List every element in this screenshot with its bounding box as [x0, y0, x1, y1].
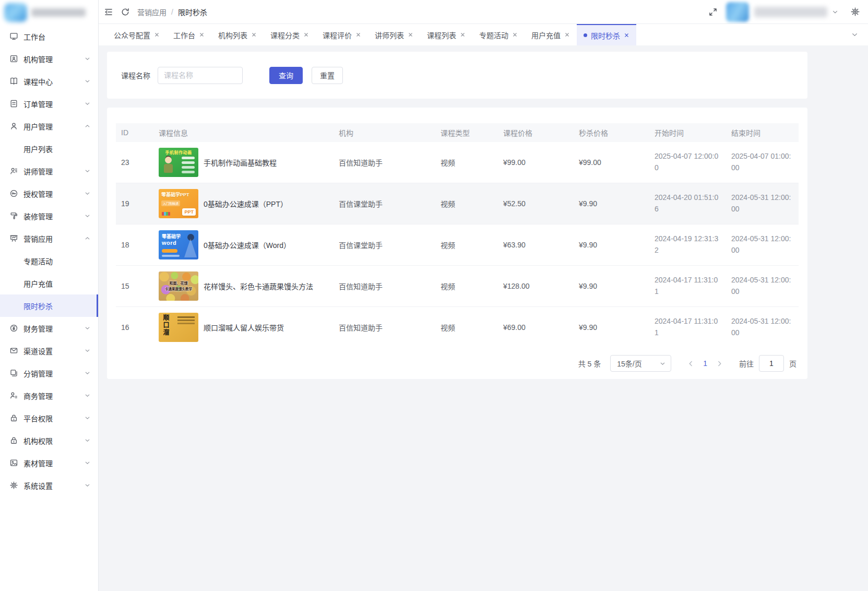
breadcrumb-parent[interactable]: 营销应用	[137, 7, 167, 17]
tab-course-category[interactable]: 课程分类	[264, 24, 316, 45]
close-icon[interactable]	[154, 32, 160, 38]
sidebar-item-authorization-management[interactable]: 授权管理	[0, 182, 98, 205]
table-row[interactable]: 18 零基础学 word 0基础办公速成课（Word）	[116, 224, 799, 266]
column-header-id: ID	[116, 123, 153, 142]
column-header-course-info: 课程信息	[153, 123, 334, 142]
reset-button[interactable]: 重置	[312, 67, 343, 84]
sidebar-item-user-recharge[interactable]: 用户充值	[0, 272, 98, 294]
goto-page-input[interactable]	[759, 355, 784, 372]
course-title: 顺口溜喊人留人娱乐带货	[204, 322, 284, 333]
sidebar-item-lecturer-management[interactable]: 讲师管理	[0, 160, 98, 182]
chevron-down-icon	[84, 212, 91, 219]
thumb-decoration	[162, 249, 177, 253]
tab-workbench[interactable]: 工作台	[167, 24, 211, 45]
close-icon[interactable]	[564, 32, 570, 38]
close-icon[interactable]	[408, 32, 413, 38]
cell-start-time: 2025-04-07 12:00:00	[649, 142, 726, 183]
table-row[interactable]: 19 零基础学PPT 入门到精通 PPT 0基础办公速成课（PPT）	[116, 183, 799, 224]
prev-page-button[interactable]	[687, 360, 695, 368]
sidebar-item-org-management[interactable]: 机构管理	[0, 48, 98, 70]
tab-label: 公众号配置	[114, 30, 150, 40]
tab-course-review[interactable]: 课程评价	[316, 24, 368, 45]
cell-price: ¥69.00	[498, 307, 574, 348]
close-icon[interactable]	[460, 32, 466, 38]
refresh-icon[interactable]	[121, 7, 130, 17]
chevron-down-icon	[84, 190, 91, 197]
current-page-number[interactable]: 1	[703, 359, 707, 368]
close-icon[interactable]	[199, 32, 205, 38]
sidebar-item-material-management[interactable]: 素材管理	[0, 452, 98, 474]
pagination: 共 5 条 15条/页 1 前往 页	[116, 355, 799, 372]
close-icon[interactable]	[512, 32, 518, 38]
sidebar-item-label: 分销管理	[23, 368, 79, 379]
course-thumbnail: 顺口溜	[159, 313, 198, 342]
user-avatar-redacted[interactable]	[726, 2, 749, 22]
close-icon[interactable]	[355, 32, 361, 38]
tab-list-chevron-down-icon[interactable]	[851, 31, 859, 39]
tab-course-list[interactable]: 课程列表	[420, 24, 472, 45]
tab-org-list[interactable]: 机构列表	[211, 24, 264, 45]
page-unit-label: 页	[789, 358, 796, 369]
sidebar-item-workbench[interactable]: 工作台	[0, 25, 98, 48]
sidebar-item-flash-sale[interactable]: 限时秒杀	[0, 294, 98, 317]
thumb-text: word	[162, 240, 198, 246]
query-button[interactable]: 查询	[269, 67, 303, 84]
table-row[interactable]: 16 顺口溜 顺口溜喊人留人娱乐带货 百信知道助手 视频	[116, 307, 799, 348]
tab-lecturer-list[interactable]: 讲师列表	[368, 24, 420, 45]
thumb-decoration	[182, 157, 195, 159]
cell-start-time: 2024-04-17 11:31:01	[649, 307, 726, 348]
sidebar-item-label: 工作台	[23, 31, 91, 42]
sidebar-item-course-center[interactable]: 课程中心	[0, 70, 98, 92]
sidebar-item-channel-settings[interactable]: 渠道设置	[0, 339, 98, 362]
cell-course-info: 零基础学PPT 入门到精通 PPT 0基础办公速成课（PPT）	[153, 183, 334, 224]
tab-user-recharge[interactable]: 用户充值	[525, 24, 577, 45]
table-row[interactable]: 23 手机制作动画 手机制作动画基础教程 百信知道	[116, 142, 799, 183]
column-header-seckill-price: 秒杀价格	[574, 123, 649, 142]
chevron-down-icon	[84, 392, 91, 399]
sidebar-item-label: 机构管理	[23, 54, 79, 64]
sidebar-item-org-permissions[interactable]: 机构权限	[0, 429, 98, 452]
table-row[interactable]: 15 和面、花馍 卡通果蔬馒头教学 花样馒头、彩色卡	[116, 266, 799, 307]
cell-type: 视频	[435, 266, 498, 307]
tab-flash-sale[interactable]: 限时秒杀	[577, 24, 636, 45]
sidebar-item-label: 用户充值	[23, 278, 91, 289]
sidebar-item-user-management[interactable]: 用户管理	[0, 115, 98, 137]
thumb-decoration	[162, 255, 180, 257]
thumb-text: 顺口溜	[161, 314, 170, 336]
settings-gear-icon[interactable]	[850, 7, 860, 17]
sidebar-item-decoration-management[interactable]: 装修管理	[0, 205, 98, 227]
tab-label: 课程分类	[270, 30, 300, 40]
table-header-row: ID 课程信息 机构 课程类型 课程价格 秒杀价格 开始时间 结束时间	[116, 123, 799, 142]
sidebar-item-user-list[interactable]: 用户列表	[0, 137, 98, 160]
close-icon[interactable]	[251, 32, 257, 38]
chevron-down-icon[interactable]	[831, 8, 839, 16]
sidebar-item-order-management[interactable]: 订单管理	[0, 92, 98, 115]
chevron-up-icon	[84, 123, 91, 129]
sidebar-item-distribution-management[interactable]: 分销管理	[0, 362, 98, 384]
order-document-icon	[9, 99, 18, 108]
fullscreen-icon[interactable]	[708, 7, 718, 17]
close-icon[interactable]	[303, 32, 309, 38]
chevron-down-icon	[84, 415, 91, 421]
tab-official-account-config[interactable]: 公众号配置	[107, 24, 167, 45]
decoration-paint-icon	[9, 211, 18, 220]
course-name-input[interactable]	[158, 67, 243, 84]
breadcrumb-current: 限时秒杀	[178, 7, 207, 17]
sidebar-item-platform-permissions[interactable]: 平台权限	[0, 407, 98, 429]
sidebar-item-finance-management[interactable]: 财务管理	[0, 317, 98, 339]
sidebar-item-topic-activity[interactable]: 专题活动	[0, 250, 98, 272]
sidebar-item-system-settings[interactable]: 系统设置	[0, 474, 98, 497]
collapse-menu-icon[interactable]	[104, 7, 113, 17]
sidebar-item-marketing-apps[interactable]: 营销应用	[0, 227, 98, 250]
sidebar-item-label: 课程中心	[23, 76, 79, 87]
cell-id: 18	[116, 224, 153, 266]
material-image-icon	[9, 458, 18, 467]
next-page-button[interactable]	[716, 360, 723, 368]
page-size-select[interactable]: 15条/页	[610, 355, 671, 372]
column-header-course-type: 课程类型	[435, 123, 498, 142]
close-icon[interactable]	[624, 32, 629, 38]
tab-topic-activity[interactable]: 专题活动	[472, 24, 525, 45]
chevron-down-icon	[84, 370, 91, 376]
sidebar-item-business-management[interactable]: 商务管理	[0, 384, 98, 407]
chevron-down-icon	[659, 360, 666, 367]
